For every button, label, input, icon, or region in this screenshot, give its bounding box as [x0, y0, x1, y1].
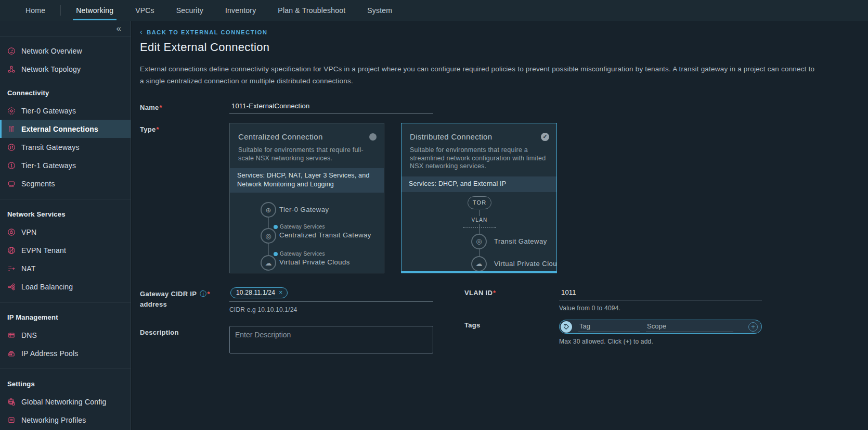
nav-plan-troubleshoot[interactable]: Plan & Troubleshoot: [278, 6, 345, 15]
sidebar-item-global-networking-config[interactable]: Global Networking Config: [0, 393, 131, 411]
sidebar-section-header: IP Management: [0, 313, 131, 321]
gauge-icon: [7, 47, 16, 55]
tier0-gateway-node-icon: ⊕: [261, 202, 276, 218]
gateway-cidr-label-text: Gateway CIDR IP: [140, 290, 197, 298]
segments-icon: [7, 180, 16, 188]
card-title: Distributed Connection: [410, 132, 492, 141]
sidebar-item-segments[interactable]: Segments: [0, 174, 131, 193]
sidebar-item-network-overview[interactable]: Network Overview: [0, 42, 131, 60]
card-services-bar: Services: DHCP, and External IP: [401, 176, 556, 192]
distributed-diagram: TOR VLAN ◎ Transit Gateway ☁ Virtual Pri…: [401, 195, 556, 274]
name-label-text: Name: [140, 104, 159, 111]
main-content: ‹ BACK TO EXTERNAL CONNECTION Edit Exter…: [132, 21, 868, 430]
collapse-sidebar-button[interactable]: «: [116, 24, 121, 33]
page-title: Edit External Connection: [140, 41, 860, 54]
tier1-gateway-icon: [7, 161, 16, 170]
sidebar-item-label: Segments: [21, 180, 55, 188]
tag-input[interactable]: [578, 322, 640, 332]
sidebar-item-nat[interactable]: NAT: [0, 259, 131, 277]
vlan-id-input[interactable]: [559, 287, 762, 300]
distributed-connection-card[interactable]: Distributed Connection ✓ Suitable for en…: [401, 123, 557, 273]
sidebar-section-header: Connectivity: [0, 89, 131, 97]
diagram-node-label: Virtual Private Clouds: [279, 258, 350, 266]
sidebar-item-label: Network Overview: [21, 47, 82, 55]
tor-node: TOR: [468, 196, 491, 209]
gateway-services-caption: Gateway Services: [274, 251, 325, 257]
sidebar-item-label: Tier-1 Gateways: [21, 161, 76, 170]
sidebar-item-evpn-tenant[interactable]: EVPN Tenant: [0, 241, 131, 259]
dns-icon: [7, 331, 16, 339]
gateway-cidr-label-text2: address: [140, 300, 167, 308]
required-marker: *: [160, 104, 162, 111]
description-textarea[interactable]: [229, 326, 433, 353]
vlan-id-label: VLAN ID*: [464, 287, 559, 312]
sidebar: « Network Overview Network Topology Conn…: [0, 21, 131, 430]
chip-remove-icon[interactable]: ×: [279, 289, 282, 296]
sidebar-item-label: DNS: [21, 331, 37, 339]
sidebar-item-transit-gateways[interactable]: Transit Gateways: [0, 138, 131, 156]
nav-system[interactable]: System: [367, 6, 392, 15]
back-chevron-icon: ‹: [140, 28, 143, 36]
sidebar-divider: [0, 199, 131, 199]
nav-home[interactable]: Home: [25, 6, 45, 15]
tag-entry-row: +: [559, 320, 762, 334]
name-input[interactable]: [229, 101, 433, 114]
vpn-icon: [7, 228, 16, 236]
card-description: Suitable for environments that require a…: [401, 141, 556, 176]
diagram-node-label: Centralized Transit Gateway: [279, 231, 371, 239]
vlan-hint: Value from 0 to 4094.: [559, 305, 762, 312]
sidebar-item-tier1-gateways[interactable]: Tier-1 Gateways: [0, 156, 131, 174]
tags-hint: Max 30 allowed. Click (+) to add.: [559, 338, 762, 345]
sidebar-item-external-connections[interactable]: External Connections: [0, 120, 131, 138]
back-link-label: BACK TO EXTERNAL CONNECTION: [147, 29, 267, 35]
sidebar-item-label: External Connections: [21, 125, 98, 133]
transit-gateway-node-icon: ◎: [471, 234, 487, 249]
topology-icon: [7, 65, 16, 73]
nav-inventory[interactable]: Inventory: [225, 6, 256, 15]
info-icon[interactable]: ⓘ: [200, 290, 206, 298]
sidebar-item-vpn[interactable]: VPN: [0, 223, 131, 241]
vlan-label: VLAN: [464, 216, 495, 224]
cidr-chip-value: 10.28.11.1/24: [236, 289, 275, 296]
description-label-text: Description: [140, 328, 179, 336]
cloud-node-icon: ☁: [261, 255, 276, 271]
required-marker: *: [157, 125, 159, 133]
sidebar-item-load-balancing[interactable]: Load Balancing: [0, 277, 131, 296]
external-connections-icon: [7, 125, 16, 133]
add-tag-button[interactable]: +: [748, 322, 758, 332]
check-selected-icon[interactable]: ✓: [541, 133, 549, 141]
radio-unselected-icon[interactable]: [369, 133, 377, 141]
back-link[interactable]: ‹ BACK TO EXTERNAL CONNECTION: [140, 28, 268, 36]
nav-networking[interactable]: Networking: [76, 6, 113, 15]
sidebar-divider: [0, 302, 131, 302]
sidebar-item-tier0-gateways[interactable]: Tier-0 Gateways: [0, 102, 131, 120]
evpn-tenant-icon: [7, 246, 16, 255]
dashed-boundary-line: [463, 227, 496, 228]
top-navigation: Home Networking VPCs Security Inventory …: [0, 0, 868, 21]
sidebar-item-label: Global Networking Config: [21, 398, 107, 406]
diagram-node-label: Transit Gateway: [494, 237, 547, 245]
gateway-services-caption: Gateway Services: [274, 224, 325, 230]
sidebar-item-label: Transit Gateways: [21, 143, 80, 151]
cidr-input[interactable]: 10.28.11.1/24 ×: [229, 287, 433, 302]
cidr-chip: 10.28.11.1/24 ×: [230, 287, 288, 298]
nat-icon: [7, 264, 16, 273]
cloud-node-icon: ☁: [471, 256, 487, 272]
sidebar-divider: [0, 369, 131, 369]
sidebar-item-network-topology[interactable]: Network Topology: [0, 60, 131, 78]
nav-vpcs[interactable]: VPCs: [135, 6, 154, 15]
sidebar-section-header: Network Services: [0, 210, 131, 218]
nav-security[interactable]: Security: [176, 6, 203, 15]
sidebar-item-ip-address-pools[interactable]: IP Address Pools: [0, 344, 131, 362]
load-balancing-icon: [7, 283, 16, 291]
sidebar-item-dns[interactable]: DNS: [0, 326, 131, 344]
required-marker: *: [493, 289, 496, 297]
centralized-diagram: ⊕ Tier-0 Gateway Gateway Services ◎ Cent…: [230, 197, 384, 273]
scope-input[interactable]: [646, 322, 733, 332]
gateway-services-dot: [274, 252, 278, 256]
tags-label-text: Tags: [464, 321, 481, 329]
sidebar-item-label: VPN: [21, 228, 36, 236]
centralized-connection-card[interactable]: Centralized Connection Suitable for envi…: [229, 123, 384, 273]
card-services-bar: Services: DHCP, NAT, Layer 3 Services, a…: [230, 168, 384, 193]
sidebar-item-networking-profiles[interactable]: Networking Profiles: [0, 411, 131, 429]
